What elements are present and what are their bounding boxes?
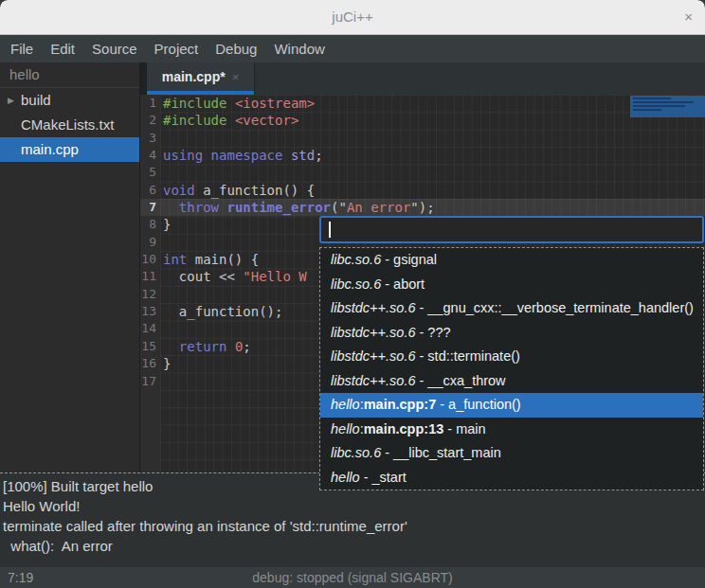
menu-item-project[interactable]: Project	[146, 35, 208, 62]
text-segment	[203, 148, 210, 163]
text-segment: CMakeLists.txt	[21, 116, 114, 133]
text-segment: a_function() {	[195, 183, 315, 198]
text-segment: main.cpp:13	[364, 421, 444, 437]
code-line: void a_function() {	[160, 182, 705, 199]
text-segment: ;	[243, 339, 250, 354]
line-number: 12	[140, 286, 160, 303]
line-number: 16	[140, 355, 160, 372]
text-segment: hello	[331, 470, 360, 485]
text-segment	[282, 148, 290, 163]
code-line: #include <vector>	[160, 112, 705, 129]
tab-main-cpp[interactable]: main.cpp*×	[147, 62, 254, 95]
line-number-gutter: 1234567891011121314151617	[140, 95, 160, 390]
line-number: 10	[140, 251, 160, 268]
backtrace-item[interactable]: libstdc++.so.6 - ???	[320, 321, 703, 346]
text-segment: main.cpp	[21, 141, 79, 157]
text-segment: using	[163, 148, 203, 163]
sidebar-item-build[interactable]: ▶build	[0, 88, 139, 113]
text-segment: libstdc++.so.6	[331, 300, 415, 315]
expander-icon: ▶	[8, 88, 14, 113]
line-number: 17	[140, 373, 160, 390]
tab-separator	[254, 62, 255, 95]
code-line: using namespace std;	[160, 147, 705, 164]
cursor-position: 7:19	[8, 567, 33, 588]
project-name: hello	[0, 62, 139, 88]
tooltip-text-line	[633, 109, 661, 111]
text-segment: - std::terminate()	[415, 348, 519, 364]
text-segment: - ???	[415, 325, 450, 340]
text-segment	[163, 200, 179, 215]
menu-item-file[interactable]: File	[2, 35, 42, 62]
text-segment: libc.so.6	[331, 276, 381, 292]
code-line	[160, 164, 705, 181]
text-segment	[163, 339, 179, 354]
tab-label: main.cpp*	[162, 69, 226, 84]
text-segment	[226, 339, 234, 354]
titlebar[interactable]: juCi++ ×	[0, 0, 705, 35]
backtrace-item[interactable]: libstdc++.so.6 - __gnu_cxx::__verbose_te…	[320, 296, 703, 321]
line-number: 11	[140, 268, 160, 285]
text-segment: namespace	[211, 148, 283, 163]
debug-status: debug: stopped (signal SIGABRT)	[0, 567, 705, 588]
line-number: 6	[140, 182, 160, 199]
sidebar: hello ▶buildCMakeLists.txtmain.cpp	[0, 62, 140, 472]
app-window: juCi++ × FileEditSourceProjectDebugWindo…	[0, 0, 705, 588]
menu-item-window[interactable]: Window	[265, 35, 333, 62]
text-segment: libstdc++.so.6	[331, 348, 415, 364]
tab-close-icon[interactable]: ×	[232, 70, 240, 84]
text-segment: std	[291, 148, 315, 163]
text-segment: <iostream>	[235, 96, 315, 111]
tooltip-text-line	[633, 98, 671, 99]
text-segment: ");	[410, 200, 434, 215]
backtrace-item[interactable]: hello:main.cpp:7 - a_function()	[320, 393, 703, 418]
statusbar: 7:19 debug: stopped (signal SIGABRT)	[0, 567, 705, 588]
line-number: 5	[140, 164, 160, 181]
text-segment: "Hello W	[243, 269, 306, 284]
text-segment: cout <<	[163, 269, 243, 284]
close-icon[interactable]: ×	[684, 0, 693, 34]
popup-search-input[interactable]	[319, 216, 704, 243]
backtrace-item[interactable]: libstdc++.so.6 - std::terminate()	[320, 345, 703, 369]
line-number: 14	[140, 320, 160, 337]
text-segment: main.cpp:7	[364, 397, 437, 412]
text-segment: a_function();	[163, 304, 282, 319]
backtrace-item[interactable]: libc.so.6 - __libc_start_main	[320, 441, 703, 466]
menubar: FileEditSourceProjectDebugWindow	[0, 35, 705, 62]
menu-item-source[interactable]: Source	[83, 35, 146, 62]
text-segment: void	[163, 183, 195, 198]
backtrace-popup: libc.so.6 - gsignallibc.so.6 - abortlibs…	[319, 216, 704, 490]
code-line: throw runtime_error("An error");	[160, 199, 705, 216]
sidebar-item-cmakelists.txt[interactable]: CMakeLists.txt	[0, 113, 139, 137]
text-segment: - gsignal	[381, 252, 437, 267]
text-segment: - abort	[381, 276, 425, 292]
line-number: 2	[140, 112, 160, 129]
text-segment: runtime_error	[226, 200, 331, 215]
text-segment: int	[163, 252, 187, 267]
text-segment: libc.so.6	[331, 252, 381, 267]
menu-item-debug[interactable]: Debug	[207, 35, 265, 62]
backtrace-item[interactable]: hello - _start	[320, 466, 703, 490]
line-number: 1	[140, 95, 160, 112]
text-segment: - a_function()	[436, 397, 520, 412]
code-line	[160, 130, 705, 147]
text-segment: ;	[315, 148, 322, 163]
backtrace-item[interactable]: hello:main.cpp:13 - main	[320, 418, 703, 442]
text-segment: throw	[179, 200, 219, 215]
sidebar-item-main.cpp[interactable]: main.cpp	[0, 137, 139, 162]
line-number: 13	[140, 303, 160, 320]
text-segment: hello	[331, 397, 360, 412]
menu-item-edit[interactable]: Edit	[42, 35, 83, 62]
text-segment: #include	[163, 113, 226, 128]
text-segment: return	[179, 339, 227, 354]
backtrace-item[interactable]: libc.so.6 - abort	[320, 273, 703, 297]
text-segment: }	[163, 356, 171, 371]
backtrace-item[interactable]: libc.so.6 - gsignal	[320, 248, 703, 273]
line-number: 8	[140, 216, 160, 233]
text-segment: - __libc_start_main	[381, 445, 501, 460]
text-segment: - main	[443, 421, 485, 437]
scroll-overview-tooltip	[630, 96, 705, 117]
text-segment: libstdc++.so.6	[331, 325, 415, 340]
backtrace-item[interactable]: libstdc++.so.6 - __cxa_throw	[320, 369, 703, 394]
tooltip-text-line	[633, 105, 685, 107]
text-segment: - __gnu_cxx::__verbose_terminate_handler…	[415, 300, 693, 315]
